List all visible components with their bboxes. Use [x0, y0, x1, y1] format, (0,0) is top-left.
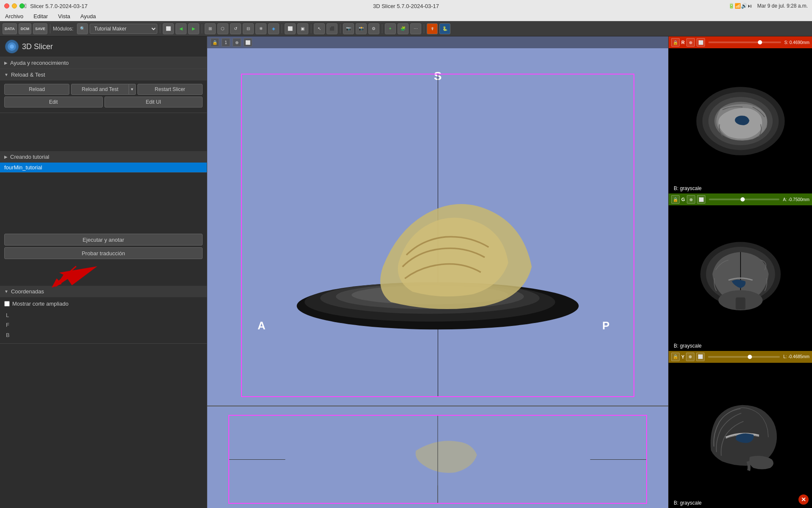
screenshot-btn[interactable]: 📸: [356, 23, 367, 34]
mri-y-layers-btn[interactable]: ⊕: [686, 353, 694, 361]
vp-crosshair-btn[interactable]: ⊕: [233, 38, 241, 47]
dcm-btn[interactable]: DCM: [19, 23, 32, 34]
fourmin-tutorial-item[interactable]: fourMin_tutorial: [0, 163, 207, 172]
menu-editar[interactable]: Editar: [32, 13, 49, 19]
reload-test-arrow-icon: ▼: [4, 72, 8, 77]
close-window-button[interactable]: [4, 3, 9, 8]
plus-btn[interactable]: +: [385, 23, 396, 34]
viewport-3d[interactable]: 🔒 1 ⊕ ⬜ S: [207, 36, 668, 406]
menu-archivo[interactable]: Archivo: [3, 13, 25, 19]
slicer-app-title: 3D Slicer: [22, 42, 53, 51]
fullscreen-window-button[interactable]: [19, 3, 25, 8]
svg-marker-5: [55, 266, 97, 287]
mri-r-lock-btn[interactable]: 🔒: [671, 38, 680, 47]
minimize-window-button[interactable]: [12, 3, 17, 8]
grid-btn[interactable]: ⊟: [243, 23, 254, 34]
reload-button[interactable]: Reload: [4, 84, 69, 95]
coord-f: F: [6, 320, 203, 330]
vp-num-btn[interactable]: 1: [222, 38, 230, 47]
data-btn[interactable]: DATA: [3, 23, 17, 34]
viewport-3d-toolbar: 🔒 1 ⊕ ⬜: [207, 36, 668, 48]
camera-btn[interactable]: 📷: [343, 23, 354, 34]
back-btn[interactable]: ◀: [176, 23, 187, 34]
mri-coronal-label: B: grayscale: [671, 342, 704, 349]
reload-and-test-button[interactable]: Reload and Test: [71, 84, 129, 95]
slicer-icon-btn[interactable]: 🗡: [427, 23, 438, 34]
snowflake-btn[interactable]: ❄: [255, 23, 266, 34]
vp-layout-btn[interactable]: ⬜: [244, 38, 252, 47]
traffic-lights: [4, 3, 25, 8]
mri-sagittal-label-text: B: grayscale: [671, 499, 704, 507]
modules-label: Módulos:: [53, 26, 74, 32]
creando-section-header[interactable]: ▶ Creando tutorial: [0, 151, 207, 163]
mri-g-lock-btn[interactable]: 🔒: [671, 195, 680, 204]
extensions-btn[interactable]: 🧩: [398, 23, 409, 34]
separator-5: [311, 24, 311, 33]
mri-r-window-btn[interactable]: ⬜: [697, 38, 705, 47]
reload-and-test-dropdown-button[interactable]: ▼: [129, 84, 136, 95]
mri-sagittal-toolbar: 🔒 Y ⊕ ⬜ L: -0.4685mm: [669, 351, 812, 363]
slicer-app-header: 3D Slicer: [0, 36, 207, 57]
mri-y-window-btn[interactable]: ⬜: [696, 353, 705, 361]
marquee-btn[interactable]: ⬛: [326, 23, 337, 34]
menu-ayuda[interactable]: Ayuda: [79, 13, 98, 19]
viewport-area: 🔒 1 ⊕ ⬜ S: [207, 36, 668, 508]
separator-6: [340, 24, 340, 33]
ayuda-section: ▶ Ayuda y reconocimiento: [0, 57, 207, 69]
mri-g-window-btn[interactable]: ⬜: [697, 195, 705, 204]
more-btn[interactable]: ⋯: [410, 23, 421, 34]
coord-b: B: [6, 330, 203, 340]
viewport-3d-canvas: S: [207, 48, 668, 406]
arrow-btn[interactable]: ⬜: [163, 23, 174, 34]
rotate-btn[interactable]: ↺: [230, 23, 241, 34]
edit-ui-button[interactable]: Edit UI: [104, 97, 203, 108]
vp-lock-btn[interactable]: 🔒: [211, 38, 219, 47]
window-btn[interactable]: ⬜: [285, 23, 296, 34]
cube-btn[interactable]: ⬡: [217, 23, 228, 34]
python-btn[interactable]: 🐍: [439, 23, 450, 34]
menu-vista[interactable]: Vista: [56, 13, 72, 19]
mri-coronal-svg: [681, 238, 800, 318]
mri-g-value: A: -0.7500mm: [783, 197, 809, 202]
slicer-logo: [5, 40, 19, 53]
mri-g-slider[interactable]: [709, 199, 780, 200]
edit-btn-row: Edit Edit UI: [4, 97, 203, 108]
color-btn[interactable]: ◈: [268, 23, 279, 34]
forward-btn[interactable]: ▶: [188, 23, 199, 34]
close-bottom-button[interactable]: ✕: [798, 494, 809, 505]
separator-2: [160, 24, 160, 33]
separator-7: [382, 24, 382, 33]
separator-3: [202, 24, 202, 33]
reload-test-header[interactable]: ▼ Reload & Test: [0, 69, 207, 80]
coordenadas-header[interactable]: ▼ Coordenadas: [0, 286, 207, 297]
save-btn[interactable]: SAVE: [33, 23, 47, 34]
mri-axial-section: 🔒 R ⊕ ⬜ S: 0.4690mm: [669, 36, 812, 193]
mri-coronal-section: 🔒 G ⊕ ⬜ A: -0.7500mm: [669, 193, 812, 351]
ayuda-section-header[interactable]: ▶ Ayuda y reconocimiento: [0, 57, 207, 69]
layout-btn-2[interactable]: ▣: [297, 23, 308, 34]
mostrar-corte-row: Mostrar corte ampliado: [4, 301, 203, 307]
reload-and-test-group: Reload and Test ▼: [71, 84, 135, 95]
settings-btn[interactable]: ⚙: [368, 23, 379, 34]
mri-g-layers-btn[interactable]: ⊕: [687, 195, 695, 204]
brain-visualization-svg: A P: [242, 75, 634, 396]
cursor-btn[interactable]: ↖: [314, 23, 325, 34]
mri-y-lock-btn[interactable]: 🔒: [671, 353, 680, 361]
coordenadas-content: Mostrar corte ampliado L F B: [0, 297, 207, 343]
search-modules-btn[interactable]: 🔍: [77, 23, 88, 34]
probar-button[interactable]: Probar traducción: [4, 247, 203, 259]
modules-dropdown[interactable]: Tutorial Maker: [90, 24, 157, 34]
edit-button[interactable]: Edit: [4, 97, 103, 108]
mri-r-slider[interactable]: [708, 41, 781, 43]
restart-slicer-button[interactable]: Restart Slicer: [137, 84, 203, 95]
mostrar-corte-checkbox[interactable]: [4, 301, 10, 306]
ejecutar-button[interactable]: Ejecutar y anotar: [4, 234, 203, 246]
coordenadas-label: Coordenadas: [11, 288, 44, 295]
mri-r-layers-btn[interactable]: ⊕: [686, 38, 695, 47]
mri-y-slider[interactable]: [708, 356, 780, 358]
reload-test-section: ▼ Reload & Test Reload Reload and Test ▼…: [0, 69, 207, 113]
bottom-viewport-svg: [229, 416, 646, 503]
layout-btn-1[interactable]: ⊞: [205, 23, 216, 34]
viewport-bottom[interactable]: [207, 406, 668, 508]
mri-y-slider-thumb: [748, 355, 752, 359]
